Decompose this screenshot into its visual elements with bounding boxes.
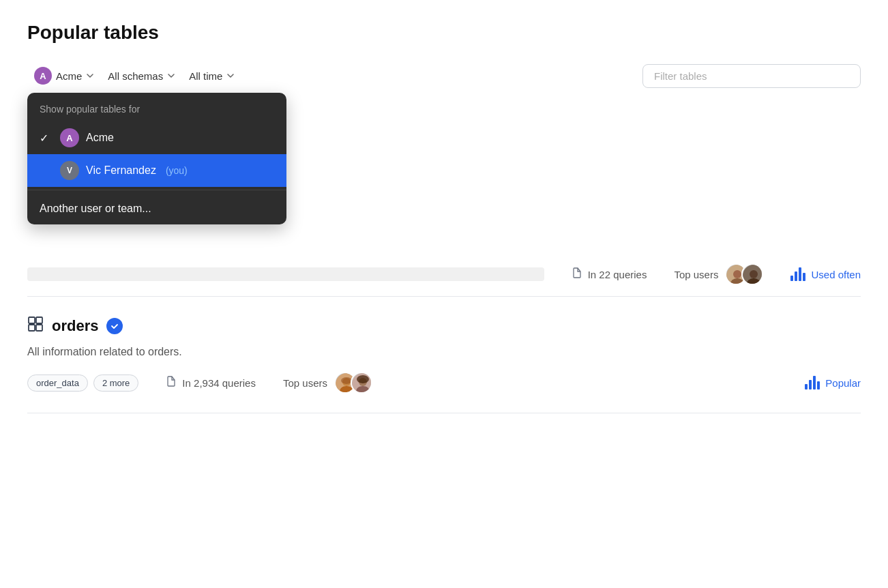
- first-row-usage: Used often: [790, 267, 861, 281]
- check-icon: ✓: [40, 132, 53, 145]
- bar-4: [817, 381, 820, 389]
- top-users-label: Top users: [283, 377, 327, 389]
- tag-more[interactable]: 2 more: [93, 374, 138, 392]
- acme-dropdown-avatar: A: [60, 128, 79, 147]
- usage-label: Popular: [825, 377, 861, 389]
- you-label: (you): [166, 165, 188, 176]
- usage-chart-icon: [790, 267, 805, 281]
- top-users-label: Top users: [674, 269, 718, 280]
- bar-chart-icon: [805, 376, 820, 389]
- acme-avatar: A: [34, 67, 52, 85]
- vic-avatar: V: [60, 161, 79, 180]
- chevron-down-icon-2: [167, 72, 175, 80]
- dropdown-header: Show popular tables for: [27, 93, 286, 121]
- table-name[interactable]: orders: [52, 317, 98, 335]
- bar-4: [803, 273, 805, 281]
- svg-point-15: [357, 375, 369, 383]
- queries-info: In 2,934 queries: [166, 376, 256, 389]
- organization-filter-btn[interactable]: A Acme: [27, 63, 101, 89]
- verified-badge: [106, 318, 123, 334]
- first-row-queries: In 22 queries: [572, 267, 647, 281]
- chevron-down-icon: [86, 72, 94, 80]
- vic-label: Vic Fernandez: [86, 164, 156, 177]
- time-label: All time: [189, 70, 222, 82]
- table-card-header: orders: [27, 316, 861, 336]
- organization-dropdown: Show popular tables for ✓ A Acme V Vic F…: [27, 93, 286, 224]
- tags-group: order_data 2 more: [27, 374, 138, 392]
- dropdown-item-another[interactable]: Another user or team...: [27, 193, 286, 224]
- page-container: Popular tables A Acme All schemas All ti…: [0, 0, 888, 435]
- first-table-partial-row: In 22 queries Top users: [27, 252, 861, 297]
- organization-label: Acme: [56, 70, 82, 82]
- first-row-usage-label: Used often: [811, 269, 861, 280]
- svg-rect-9: [36, 325, 42, 331]
- svg-rect-8: [29, 325, 35, 331]
- top-users-section: Top users: [283, 372, 372, 394]
- dropdown-item-vic[interactable]: V Vic Fernandez (you): [27, 154, 286, 187]
- tag-order-data[interactable]: order_data: [27, 374, 88, 392]
- first-row-queries-count: In 22 queries: [588, 269, 647, 280]
- dropdown-divider: [27, 190, 286, 190]
- bar-1: [790, 276, 793, 281]
- schema-filter-btn[interactable]: All schemas: [101, 66, 182, 86]
- dropdown-item-acme[interactable]: ✓ A Acme: [27, 121, 286, 154]
- svg-point-1: [733, 270, 741, 278]
- search-input[interactable]: [642, 64, 861, 88]
- first-row-placeholder: [27, 267, 544, 281]
- bar-2: [795, 271, 797, 281]
- svg-rect-7: [36, 317, 42, 323]
- svg-rect-6: [29, 317, 35, 323]
- chevron-down-icon-3: [226, 72, 235, 80]
- svg-point-4: [750, 270, 758, 278]
- time-filter-btn[interactable]: All time: [182, 66, 241, 86]
- page-title: Popular tables: [27, 22, 861, 44]
- bar-3: [813, 376, 816, 389]
- acme-dropdown-label: Acme: [86, 132, 114, 144]
- user-thumb-2: [741, 263, 763, 285]
- search-container: [642, 64, 861, 88]
- bar-3: [799, 267, 801, 281]
- table-description: All information related to orders.: [27, 346, 861, 358]
- schema-label: All schemas: [108, 70, 163, 82]
- user-avatar-2: [351, 372, 372, 394]
- usage-indicator: Popular: [805, 376, 861, 389]
- top-users-avatars: [725, 263, 763, 285]
- table-meta-row: order_data 2 more In 2,934 queries Top u…: [27, 372, 861, 394]
- bar-2: [809, 380, 812, 389]
- filters-row: A Acme All schemas All time Show popular…: [27, 63, 861, 89]
- another-label: Another user or team...: [40, 203, 151, 215]
- file-icon: [166, 376, 177, 389]
- table-grid-icon: [27, 316, 44, 336]
- document-icon: [572, 267, 582, 281]
- acme-avatar-letter: A: [40, 71, 46, 81]
- queries-count: In 2,934 queries: [182, 377, 256, 389]
- avatars-stack: [334, 372, 372, 394]
- first-row-top-users: Top users: [674, 263, 763, 285]
- table-card-orders: orders All information related to orders…: [27, 297, 861, 413]
- bar-1: [805, 384, 808, 389]
